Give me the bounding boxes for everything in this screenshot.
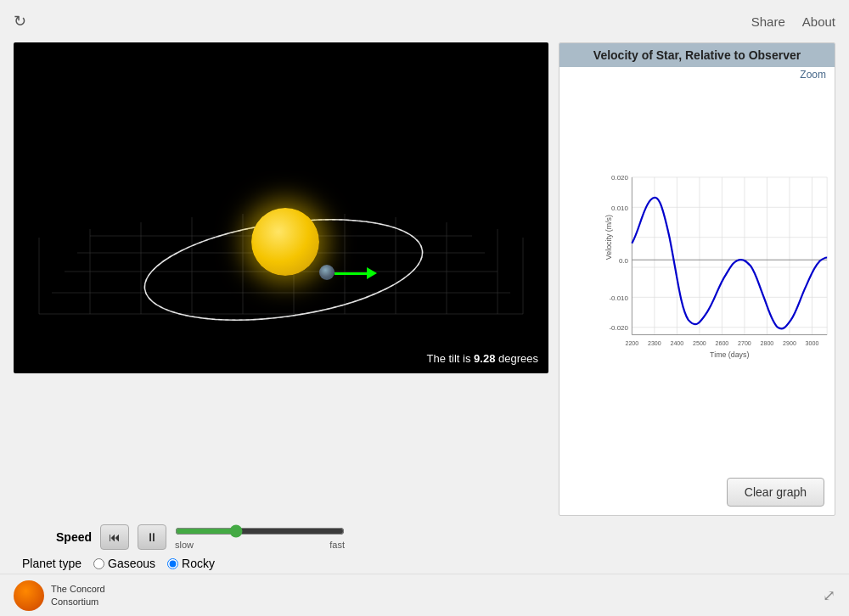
svg-text:2500: 2500	[693, 340, 706, 346]
planet-type-label: Planet type	[22, 557, 82, 570]
speed-label: Speed	[56, 530, 92, 544]
logo-text: The ConcordConsortium	[51, 583, 105, 608]
star	[251, 208, 319, 276]
refresh-button[interactable]: ↻	[14, 12, 26, 31]
zoom-button[interactable]: Zoom	[559, 67, 835, 82]
speed-slider[interactable]	[175, 524, 345, 538]
expand-icon[interactable]: ⤢	[823, 586, 835, 605]
speed-labels: slow fast	[175, 540, 345, 550]
gaseous-option[interactable]: Gaseous	[93, 557, 155, 570]
svg-text:3000: 3000	[806, 340, 819, 346]
graph-area: Velocity (m/s)	[559, 82, 835, 471]
svg-text:2200: 2200	[625, 340, 638, 346]
rocky-option[interactable]: Rocky	[167, 557, 215, 570]
speed-slider-container: slow fast	[175, 524, 345, 550]
svg-text:2700: 2700	[738, 340, 751, 346]
footer: The ConcordConsortium ⤢	[0, 574, 849, 616]
svg-text:2900: 2900	[783, 340, 796, 346]
svg-text:0.010: 0.010	[611, 204, 628, 212]
tilt-label: The tilt is 9.28 degrees	[426, 352, 538, 365]
graph-title: Velocity of Star, Relative to Observer	[559, 43, 835, 67]
about-link[interactable]: About	[802, 14, 835, 29]
svg-text:0.0: 0.0	[619, 257, 629, 265]
svg-text:-0.010: -0.010	[609, 294, 628, 302]
svg-text:-0.020: -0.020	[609, 324, 628, 332]
planet-type-row: Planet type Gaseous Rocky	[22, 557, 835, 570]
rocky-radio[interactable]	[167, 558, 178, 569]
rewind-button[interactable]: ⏮	[100, 524, 129, 550]
svg-text:2300: 2300	[648, 340, 661, 346]
svg-text:2600: 2600	[716, 340, 729, 346]
topbar: ↻ Share About	[0, 0, 849, 42]
simulation-panel: The tilt is 9.28 degrees	[14, 42, 548, 373]
clear-graph-button[interactable]: Clear graph	[727, 478, 824, 507]
svg-text:Time (days): Time (days)	[710, 350, 749, 359]
speed-row: Speed ⏮ ⏸ slow fast	[22, 524, 835, 550]
svg-text:0.020: 0.020	[611, 174, 628, 182]
logo-circle	[14, 580, 44, 611]
pause-button[interactable]: ⏸	[138, 524, 166, 550]
velocity-arrow	[335, 270, 377, 277]
y-axis-label: Velocity (m/s)	[604, 215, 613, 260]
share-link[interactable]: Share	[751, 14, 785, 29]
graph-panel: Velocity of Star, Relative to Observer Z…	[559, 42, 835, 516]
main-content: The tilt is 9.28 degrees Velocity of Sta…	[0, 42, 849, 616]
graph-clear-row: Clear graph	[559, 471, 835, 515]
svg-text:2400: 2400	[671, 340, 684, 346]
svg-text:2800: 2800	[761, 340, 774, 346]
planet	[319, 265, 335, 280]
content-row: The tilt is 9.28 degrees Velocity of Sta…	[14, 42, 835, 516]
gaseous-radio[interactable]	[93, 558, 104, 569]
concord-logo: The ConcordConsortium	[14, 580, 105, 611]
